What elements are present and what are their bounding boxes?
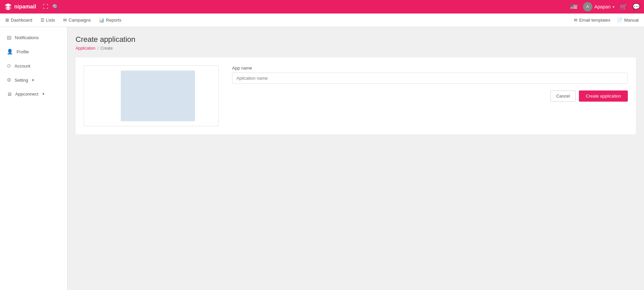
nav-reports-label: Reports xyxy=(106,18,121,23)
dashboard-icon: ⊞ xyxy=(5,18,9,23)
breadcrumb-parent[interactable]: Application xyxy=(76,46,95,51)
user-menu[interactable]: A Apapan ▾ xyxy=(583,2,614,11)
nav-dashboard[interactable]: ⊞ Dashboard xyxy=(5,18,32,23)
sidebar-item-label: Appconnect xyxy=(15,91,38,97)
nav-lists[interactable]: ☰ Lists xyxy=(40,18,55,23)
app-name-label: App name xyxy=(232,65,628,71)
chevron-down-icon: ▾ xyxy=(613,5,614,9)
sidebar-item-account[interactable]: ⊙ Account xyxy=(0,59,67,73)
breadcrumb: Application / Create xyxy=(76,46,636,51)
user-name: Apapan xyxy=(594,4,611,9)
sidebar-item-label: Account xyxy=(15,63,30,69)
main-content: Create application Application / Create … xyxy=(67,27,644,290)
breadcrumb-current: Create xyxy=(101,46,113,51)
topbar: nipamail ⛶ 🔍 🇺🇸 A Apapan ▾ 🛒 💬 xyxy=(0,0,644,14)
image-upload-area[interactable] xyxy=(84,65,219,126)
form-actions: Cancel Create application xyxy=(232,90,628,102)
nav-manual[interactable]: 📄 Manual xyxy=(617,18,639,23)
nav-dashboard-label: Dashboard xyxy=(11,18,32,23)
appconnect-icon: 🖥 xyxy=(7,91,12,97)
sidebar-item-label: Profile xyxy=(17,49,29,54)
cancel-button[interactable]: Cancel xyxy=(551,90,576,102)
app-name-input[interactable] xyxy=(232,73,628,84)
topbar-icons: ⛶ 🔍 xyxy=(43,4,59,10)
email-templates-icon: ✉ xyxy=(574,18,578,23)
profile-icon: 👤 xyxy=(7,49,13,55)
avatar: A xyxy=(583,2,592,11)
chevron-down-icon: ▾ xyxy=(32,78,34,82)
chat-icon[interactable]: 💬 xyxy=(633,3,640,10)
account-icon: ⊙ xyxy=(7,63,11,69)
sidebar-item-notifications[interactable]: ▤ Notifications xyxy=(0,30,67,45)
form-card: App name Cancel Create application xyxy=(76,57,636,134)
logo-text: nipamail xyxy=(14,4,36,10)
chevron-down-icon: ▾ xyxy=(43,92,45,96)
campaigns-icon: ✉ xyxy=(63,18,67,23)
nav-manual-label: Manual xyxy=(624,18,639,23)
fullscreen-icon[interactable]: ⛶ xyxy=(43,4,48,10)
topbar-left: nipamail ⛶ 🔍 xyxy=(4,3,59,11)
nav-email-templates[interactable]: ✉ Email templates xyxy=(574,18,610,23)
nav-email-templates-label: Email templates xyxy=(579,18,610,23)
setting-icon: ⚙ xyxy=(7,77,11,83)
nav-reports[interactable]: 📊 Reports xyxy=(99,18,121,23)
lists-icon: ☰ xyxy=(40,18,45,23)
nav-campaigns[interactable]: ✉ Campaigns xyxy=(63,18,91,23)
secondnav-left: ⊞ Dashboard ☰ Lists ✉ Campaigns 📊 Report… xyxy=(5,18,121,23)
nav-lists-label: Lists xyxy=(46,18,55,23)
sidebar-item-label: Setting xyxy=(15,78,28,83)
sidebar-item-appconnect[interactable]: 🖥 Appconnect ▾ xyxy=(0,87,67,101)
logo[interactable]: nipamail xyxy=(4,3,36,11)
nav-campaigns-label: Campaigns xyxy=(68,18,91,23)
sidebar-item-label: Notifications xyxy=(15,35,39,40)
create-application-button[interactable]: Create application xyxy=(579,90,628,102)
breadcrumb-separator: / xyxy=(97,46,99,51)
sidebar-item-setting[interactable]: ⚙ Setting ▾ xyxy=(0,73,67,87)
reports-icon: 📊 xyxy=(99,18,104,23)
topbar-right: 🇺🇸 A Apapan ▾ 🛒 💬 xyxy=(570,2,640,11)
app-name-group: App name xyxy=(232,65,628,84)
layout: ▤ Notifications 👤 Profile ⊙ Account ⚙ Se… xyxy=(0,27,644,290)
manual-icon: 📄 xyxy=(617,18,622,23)
flag-icon[interactable]: 🇺🇸 xyxy=(570,3,578,10)
page-title: Create application xyxy=(76,35,636,44)
image-placeholder xyxy=(121,71,195,121)
secondary-nav: ⊞ Dashboard ☰ Lists ✉ Campaigns 📊 Report… xyxy=(0,14,644,27)
secondnav-right: ✉ Email templates 📄 Manual xyxy=(574,18,639,23)
search-icon[interactable]: 🔍 xyxy=(52,4,59,10)
form-fields: App name Cancel Create application xyxy=(232,65,628,102)
sidebar-item-profile[interactable]: 👤 Profile xyxy=(0,45,67,59)
sidebar: ▤ Notifications 👤 Profile ⊙ Account ⚙ Se… xyxy=(0,27,67,290)
cart-icon[interactable]: 🛒 xyxy=(620,3,627,10)
notifications-icon: ▤ xyxy=(7,34,11,41)
